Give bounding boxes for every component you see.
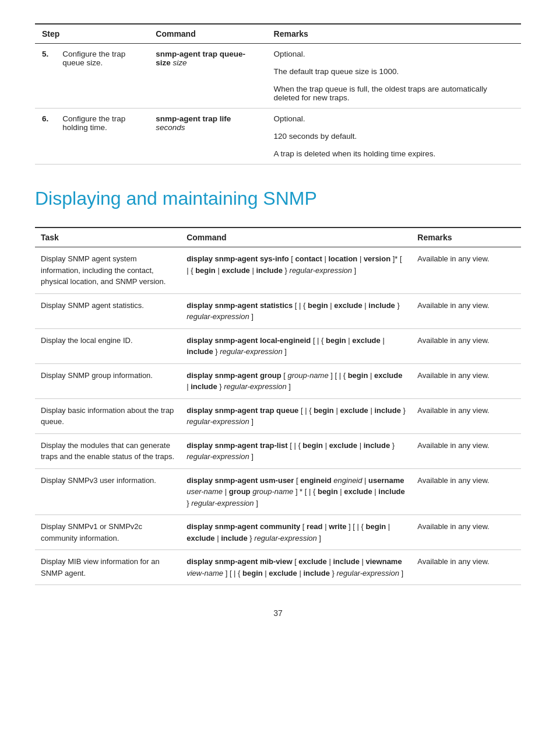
remarks-cell: Available in any view. [411,293,521,328]
remarks-cell: Available in any view. [411,550,521,585]
task-cell: Display SNMPv1 or SNMPv2c community info… [35,515,181,550]
remarks-cell: Available in any view. [411,515,521,550]
command-cell: display snmp-agent trap-list [ | { begin… [181,433,411,468]
config-command-header: Command [149,24,266,44]
task-cell: Display SNMP agent system information, i… [35,247,181,294]
table-row: Display SNMPv1 or SNMPv2c community info… [35,515,521,550]
remarks-cell: Available in any view. [411,398,521,433]
table-row: 6. Configure the trap holding time. snmp… [35,108,521,164]
command-cell: display snmp-agent sys-info [ contact | … [181,247,411,294]
remarks-cell: Available in any view. [411,363,521,398]
command-cell: display snmp-agent group [ group-name ] … [181,363,411,398]
command-cell: display snmp-agent local-engineid [ | { … [181,328,411,363]
remarks-cell: Available in any view. [411,328,521,363]
remarks-header: Remarks [411,228,521,247]
task-cell: Display MIB view information for an SNMP… [35,550,181,585]
remarks-cell: Available in any view. [411,247,521,294]
step-command: snmp-agent trap queue-size size [149,44,266,108]
table-row: Display SNMP group information. display … [35,363,521,398]
task-cell: Display SNMP group information. [35,363,181,398]
page-number: 37 [35,608,521,618]
section-title: Displaying and maintaining SNMP [35,188,521,209]
table-row: Display the modules that can generate tr… [35,433,521,468]
step-description: Configure the trap holding time. [55,108,149,164]
command-cell: display snmp-agent statistics [ | { begi… [181,293,411,328]
task-cell: Display the local engine ID. [35,328,181,363]
command-header: Command [181,228,411,247]
table-row: Display SNMPv3 user information. display… [35,468,521,515]
table-row: Display the local engine ID. display snm… [35,328,521,363]
task-cell: Display the modules that can generate tr… [35,433,181,468]
table-row: Display basic information about the trap… [35,398,521,433]
command-cell: display snmp-agent usm-user [ engineid e… [181,468,411,515]
command-cell: display snmp-agent mib-view [ exclude | … [181,550,411,585]
task-header: Task [35,228,181,247]
task-cell: Display basic information about the trap… [35,398,181,433]
command-cell: display snmp-agent community [ read | wr… [181,515,411,550]
step-number: 5. [35,44,55,108]
table-row: Display SNMP agent system information, i… [35,247,521,294]
step-description: Configure the trap queue size. [55,44,149,108]
step-remarks: Optional. The default trap queue size is… [267,44,521,108]
config-step-header: Step [35,24,149,44]
config-table: Step Command Remarks 5. Configure the tr… [35,23,521,164]
step-command: snmp-agent trap life seconds [149,108,266,164]
task-cell: Display SNMPv3 user information. [35,468,181,515]
step-remarks: Optional. 120 seconds by default. A trap… [267,108,521,164]
table-row: Display SNMP agent statistics. display s… [35,293,521,328]
main-table: Task Command Remarks Display SNMP agent … [35,227,521,585]
command-cell: display snmp-agent trap queue [ | { begi… [181,398,411,433]
remarks-cell: Available in any view. [411,468,521,515]
table-row: Display MIB view information for an SNMP… [35,550,521,585]
remarks-cell: Available in any view. [411,433,521,468]
table-row: 5. Configure the trap queue size. snmp-a… [35,44,521,108]
task-cell: Display SNMP agent statistics. [35,293,181,328]
step-number: 6. [35,108,55,164]
config-remarks-header: Remarks [267,24,521,44]
